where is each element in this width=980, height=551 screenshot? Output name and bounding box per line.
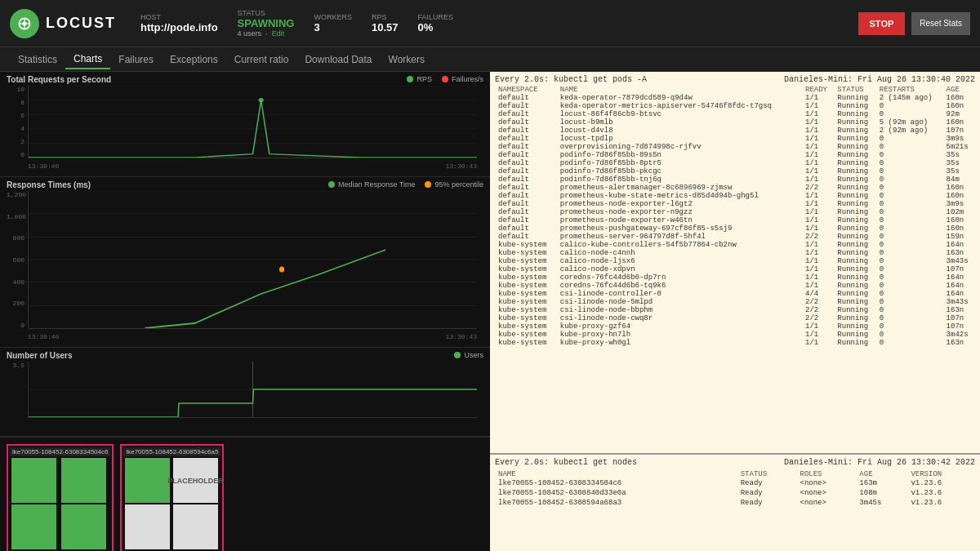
failures-dot — [442, 76, 448, 82]
node-col-status: STATUS — [737, 470, 797, 478]
rps-legend-failures: Failures/s — [442, 75, 483, 83]
response-legend-median: Median Response Time — [328, 180, 416, 189]
tab-current-ratio[interactable]: Current ratio — [226, 51, 297, 69]
logo-area: LOCUST — [10, 9, 116, 38]
table-row: defaultprometheus-node-exporter-w46tn1/1… — [495, 216, 975, 224]
table-row: kube-systemcalico-node-xdpvn1/1Running01… — [495, 265, 975, 273]
users-chart-canvas: 3.5 — [7, 362, 483, 433]
table-row: defaultpodinfo-7d86f85bb-tnj6q1/1Running… — [495, 176, 975, 184]
table-row: defaultkeda-operator-7879dcd589-q9d4w1/1… — [495, 94, 975, 102]
node-col-name: NAME — [495, 470, 737, 478]
node-cell-2-1 — [125, 458, 170, 503]
edit-link[interactable]: Edit — [272, 29, 285, 38]
host-value: http://pode.info — [140, 21, 218, 33]
node-cards-section: lke70055-108452-6308334504c6 lke70055-10… — [0, 437, 490, 551]
table-row: defaultprometheus-node-exporter-n9gzz1/1… — [495, 208, 975, 216]
nav-bar: Statistics Charts Failures Exceptions Cu… — [0, 47, 980, 72]
main-content: Total Requests per Second RPS Failures/s… — [0, 72, 980, 551]
workers-stat: WORKERS 3 — [314, 13, 352, 33]
table-row: kube-systemcsi-linode-node-cwq8r2/2Runni… — [495, 314, 975, 322]
table-row: kube-systemcalico-node-c4nnh1/1Running01… — [495, 249, 975, 257]
rps-label: RPS — [372, 13, 399, 21]
tab-charts[interactable]: Charts — [65, 50, 110, 69]
col-namespace: NAMESPACE — [495, 86, 557, 94]
node-cell-1-2 — [61, 458, 106, 503]
node-card-1-label: lke70055-108452-6308334504c6 — [10, 447, 110, 456]
table-row: kube-systemcsi-linode-controller-04/4Run… — [495, 290, 975, 298]
col-ready: READY — [802, 86, 834, 94]
table-row: defaultprometheus-alertmanager-8c6896969… — [495, 184, 975, 192]
workers-label: WORKERS — [314, 13, 352, 21]
table-row: defaultprometheus-pushgateway-697cf86f85… — [495, 224, 975, 233]
node-card-2-label: lke70055-108452-6308594c6a5 — [123, 447, 220, 456]
node-col-roles: ROLES — [797, 470, 857, 478]
users-legend-users: Users — [454, 351, 483, 359]
svg-point-9 — [259, 98, 264, 102]
table-row: lke70055-108452-6308840d33e0aReady<none>… — [495, 488, 975, 498]
users-svg — [29, 362, 477, 417]
node-card-1-grid — [10, 456, 110, 551]
table-row: kube-systemcoredns-76fc44d6b6-dp7rn1/1Ru… — [495, 273, 975, 282]
tab-exceptions[interactable]: Exceptions — [162, 51, 226, 69]
pods-terminal-header: Every 2.0s: kubectl get pods -A Danieles… — [495, 75, 975, 84]
pods-table-header-row: NAMESPACE NAME READY STATUS RESTARTS AGE — [495, 86, 975, 94]
table-row: lke70055-108452-6308594a68a3Ready<none>3… — [495, 498, 975, 508]
users-dot — [454, 352, 461, 358]
table-row: kube-systemcalico-node-ljsx61/1Running03… — [495, 257, 975, 265]
response-legend: Median Response Time 95% percentile — [328, 180, 483, 189]
locust-logo-icon — [10, 9, 39, 38]
table-row: defaultprometheus-kube-state-metrics-d85… — [495, 192, 975, 200]
rps-chart-section: Total Requests per Second RPS Failures/s… — [0, 72, 490, 177]
users-chart-section: Number of Users Users 3.5 — [0, 348, 490, 437]
response-x-axis: 13:30:40 13:30:43 — [28, 329, 477, 344]
col-restarts: RESTARTS — [876, 86, 943, 94]
rps-svg — [29, 86, 477, 158]
tab-workers[interactable]: Workers — [381, 51, 433, 69]
table-row: defaultprometheus-node-exporter-l6gt21/1… — [495, 200, 975, 208]
node-cell-1-3 — [11, 504, 56, 549]
tab-download-data[interactable]: Download Data — [296, 51, 380, 69]
node-col-age: AGE — [856, 470, 907, 478]
table-row: defaultpodinfo-7d86f85bb-89s5n1/1Running… — [495, 151, 975, 159]
users-legend: Users — [454, 351, 483, 359]
table-row: defaultpodinfo-7d86f85bb-8ptr51/1Running… — [495, 159, 975, 167]
rps-stat: RPS 10.57 — [372, 13, 399, 33]
workers-value: 3 — [314, 21, 352, 33]
status-label: STATUS — [238, 9, 295, 17]
table-row: lke70055-108452-6308334504c6Ready<none>1… — [495, 478, 975, 488]
node-cell-2-4 — [173, 504, 218, 549]
stop-button[interactable]: STOP — [858, 12, 906, 35]
svg-point-16 — [279, 266, 284, 272]
table-row: kube-systemkube-proxy-hn7lh1/1Running03m… — [495, 331, 975, 339]
node-cell-1-4 — [61, 504, 106, 549]
table-row: defaultkeda-operator-metrics-apiserver-5… — [495, 102, 975, 110]
tab-statistics[interactable]: Statistics — [10, 51, 65, 69]
rps-dot — [407, 76, 413, 82]
table-row: kube-systemcalico-kube-controllers-54f5b… — [495, 241, 975, 249]
table-row: kube-systemkube-proxy-wh0gl1/1Running016… — [495, 339, 975, 347]
header: LOCUST HOST http://pode.info STATUS SPAW… — [0, 0, 980, 47]
host-label: HOST — [140, 13, 218, 21]
pods-table-body: defaultkeda-operator-7879dcd589-q9d4w1/1… — [495, 94, 975, 347]
table-row: kube-systemkube-proxy-gzf641/1Running010… — [495, 322, 975, 331]
table-row: defaultlocust-d4vl81/1Running2 (92m ago)… — [495, 127, 975, 135]
failures-stat: FAILURES 0% — [417, 13, 453, 33]
failures-label: FAILURES — [417, 13, 453, 21]
node-cell-1-1 — [11, 458, 56, 503]
table-row: kube-systemcsi-linode-node-5mlpd2/2Runni… — [495, 298, 975, 306]
response-chart-area — [28, 191, 477, 329]
rps-y-axis: 10 8 6 4 2 0 — [7, 86, 26, 158]
node-card-2-grid: PLACEHOLDER — [123, 456, 220, 551]
tab-failures[interactable]: Failures — [110, 51, 162, 69]
status-sub: 4 users · Edit — [238, 29, 295, 38]
pods-terminal-section: Every 2.0s: kubectl get pods -A Danieles… — [490, 72, 980, 453]
users-chart-title: Number of Users — [7, 351, 483, 360]
node-col-version: VERSION — [907, 470, 975, 478]
terminal-panel: Every 2.0s: kubectl get pods -A Danieles… — [490, 72, 980, 551]
rps-chart-canvas: 10 8 6 4 2 0 — [7, 86, 483, 173]
response-chart-section: Response Times (ms) Median Response Time… — [0, 177, 490, 348]
table-row: defaultprometheus-server-964797d8f-5hf4l… — [495, 233, 975, 241]
pods-table: NAMESPACE NAME READY STATUS RESTARTS AGE… — [495, 86, 975, 347]
rps-value: 10.57 — [372, 21, 399, 33]
reset-stats-button[interactable]: Reset Stats — [911, 12, 970, 35]
